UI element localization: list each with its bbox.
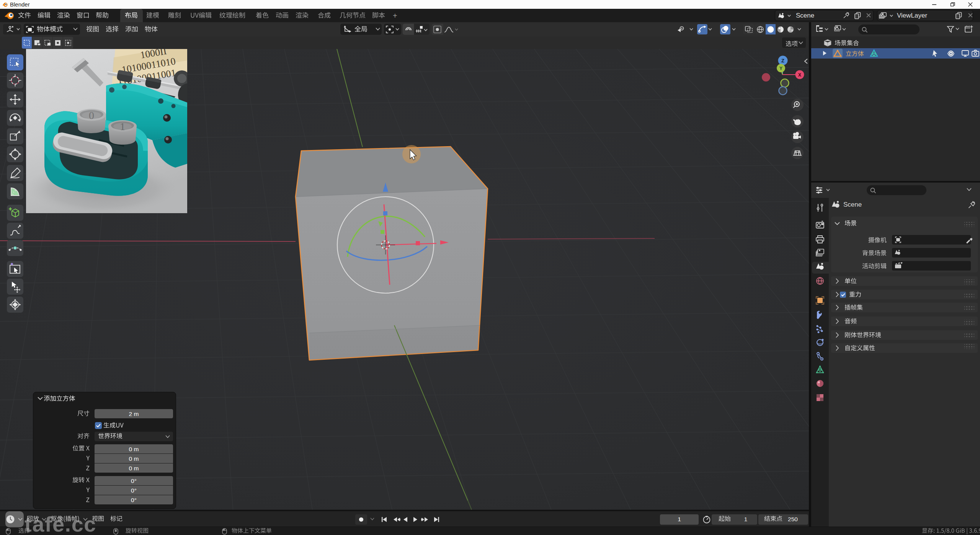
svg-text:0: 0 <box>89 109 94 121</box>
svg-text:1: 1 <box>120 121 125 132</box>
svg-text:X: X <box>798 72 801 78</box>
svg-text:Z: Z <box>781 58 784 64</box>
svg-text:Y: Y <box>779 66 782 71</box>
